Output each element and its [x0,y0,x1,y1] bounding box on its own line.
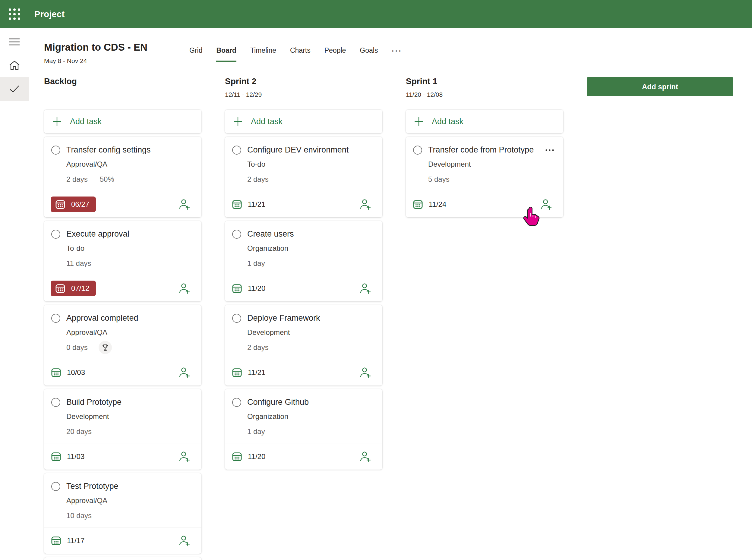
tab-more-button[interactable]: ··· [392,46,402,63]
add-task-button[interactable]: Add task [44,110,201,133]
task-due-date-chip[interactable]: 06/27 [51,197,96,212]
calendar-icon [51,535,61,546]
task-duration: 20 days [66,427,92,436]
task-due-date: 06/27 [71,200,89,208]
assign-person-button[interactable] [178,198,191,211]
task-card[interactable]: Deploye Framework Development 2 days [225,305,382,385]
tab-charts[interactable]: Charts [290,46,311,62]
assign-person-button[interactable] [359,366,372,379]
task-due-date: 11/21 [248,368,265,377]
assign-person-button[interactable] [540,198,552,211]
task-card[interactable]: Configure Github Organization 1 day [225,389,382,469]
task-duration: 2 days [66,175,88,183]
task-due-date: 11/20 [248,453,265,461]
task-more-menu-button[interactable] [545,149,554,151]
tab-grid[interactable]: Grid [190,46,202,62]
person-add-icon [178,366,191,379]
task-duration: 2 days [247,175,269,183]
task-card[interactable]: Test Prototype Approval/QA 10 days [44,473,201,554]
sidebar-home-button[interactable] [0,54,29,77]
task-card[interactable]: Execute approval To-do 11 days [44,221,201,301]
tab-board[interactable]: Board [216,46,236,62]
task-title: Configure DEV environment [247,145,375,155]
column-title: Sprint 1 [406,77,563,86]
board-column: Sprint 1 11/20 - 12/08 Add task Transfer… [406,77,563,560]
task-card[interactable]: Build Prototype Development 20 days [44,389,201,469]
board-column: Sprint 2 12/11 - 12/29 Add task Configur… [225,77,382,560]
task-due-date-chip[interactable]: 11/21 [232,199,265,210]
task-card[interactable]: Configure DEV environment To-do 2 days [225,137,382,217]
task-card[interactable]: Transfer config settings Approval/QA 2 d… [44,137,201,217]
task-title: Execute approval [66,229,194,239]
column-date-range: 11/20 - 12/08 [406,91,563,98]
task-bucket-label: Approval/QA [66,496,194,505]
task-complete-checkbox[interactable] [51,230,60,239]
task-complete-checkbox[interactable] [232,398,241,407]
task-due-date: 11/17 [67,537,84,545]
task-duration: 5 days [428,175,450,183]
task-due-date-chip[interactable]: 07/12 [51,281,96,296]
task-complete-checkbox[interactable] [232,314,241,323]
assign-person-button[interactable] [178,534,191,547]
add-sprint-button[interactable]: Add sprint [587,77,733,96]
tab-timeline[interactable]: Timeline [250,46,276,62]
task-title: Build Prototype [66,398,194,407]
task-bucket-label: Approval/QA [66,328,194,337]
tab-goals[interactable]: Goals [360,46,378,62]
sidebar-tasks-button[interactable] [0,77,29,101]
add-task-label: Add task [70,117,102,126]
task-due-date-chip[interactable]: 11/20 [232,283,265,294]
task-due-date: 11/21 [248,200,265,208]
plus-icon [53,117,61,126]
task-due-date: 10/03 [67,368,85,377]
task-title: Create users [247,229,375,239]
task-duration: 1 day [247,259,265,268]
task-bucket-label: To-do [66,244,194,253]
task-due-date-chip[interactable]: 11/20 [232,451,265,462]
task-complete-checkbox[interactable] [51,145,60,155]
assign-person-button[interactable] [178,366,191,379]
task-bucket-label: Approval/QA [66,160,194,168]
board: Add sprint Backlog Add task Transfer con… [44,77,752,560]
person-add-icon [359,450,372,463]
column-title: Backlog [44,77,201,86]
task-complete-checkbox[interactable] [51,482,60,491]
ellipsis-icon [545,149,554,151]
task-complete-checkbox[interactable] [413,145,422,155]
assign-person-button[interactable] [178,282,191,295]
task-due-date-chip[interactable]: 11/24 [413,199,446,210]
column-date-range: 12/11 - 12/29 [225,91,382,98]
assign-person-button[interactable] [359,282,372,295]
assign-person-button[interactable] [178,450,191,463]
waffle-app-launcher-button[interactable] [0,0,29,28]
task-complete-checkbox[interactable] [51,314,60,323]
task-due-date-chip[interactable]: 11/17 [51,535,84,546]
calendar-icon [232,367,242,378]
task-card[interactable]: Approval completed Approval/QA 0 days [44,305,201,385]
project-title: Migration to CDS - EN [44,42,190,53]
task-complete-checkbox[interactable] [232,145,241,155]
task-due-date-chip[interactable]: 11/03 [51,451,84,462]
project-date-range: May 8 - Nov 24 [44,57,190,64]
task-due-date-chip[interactable]: 10/03 [51,367,85,378]
task-card[interactable]: Transfer code from Prototype Development… [406,137,563,217]
sidebar-hamburger-button[interactable] [0,30,29,54]
task-due-date-chip[interactable]: 11/21 [232,367,265,378]
assign-person-button[interactable] [359,450,372,463]
task-bucket-label: Development [247,328,375,337]
calendar-icon [232,451,242,462]
add-task-button[interactable]: Add task [225,110,382,133]
person-add-icon [359,282,372,295]
assign-person-button[interactable] [359,198,372,211]
task-complete-checkbox[interactable] [51,398,60,407]
task-card[interactable]: Create users Organization 1 day [225,221,382,301]
task-bucket-label: Organization [247,244,375,253]
task-complete-checkbox[interactable] [232,230,241,239]
partially-visible-task-card[interactable] [44,557,201,560]
add-task-button[interactable]: Add task [406,110,563,133]
tab-people[interactable]: People [324,46,346,62]
home-icon [9,60,20,71]
calendar-icon [232,283,242,294]
plus-icon [414,117,423,126]
person-add-icon [178,534,191,547]
